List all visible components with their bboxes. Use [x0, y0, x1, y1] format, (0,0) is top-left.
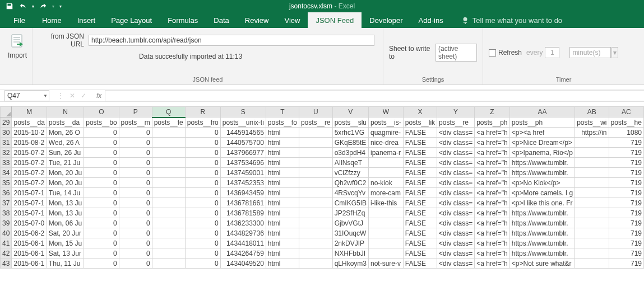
cell[interactable]: 0: [84, 218, 119, 228]
cell[interactable]: 719: [609, 208, 643, 218]
cell[interactable]: FALSE: [403, 128, 437, 138]
cell[interactable]: FALSE: [403, 259, 437, 269]
col-header-AB[interactable]: AB: [575, 107, 609, 118]
cell[interactable]: <a href="h: [475, 168, 510, 178]
cell[interactable]: Mon, 06 Ju: [47, 218, 84, 228]
cell[interactable]: [299, 248, 332, 259]
cell[interactable]: html: [266, 208, 299, 218]
cell[interactable]: <p><a href: [509, 128, 574, 138]
col-header-AC[interactable]: AC: [609, 107, 643, 118]
table-row[interactable]: 332015-07-2Tue, 21 Ju0001437534696htmlAI…: [1, 158, 644, 168]
cell[interactable]: 719: [609, 188, 643, 198]
cell[interactable]: [152, 198, 185, 208]
cell[interactable]: Mon, 20 Ju: [47, 168, 84, 178]
cell[interactable]: 1445914565: [220, 128, 266, 138]
cell[interactable]: more-cam: [369, 188, 404, 198]
cell[interactable]: 1080: [609, 128, 643, 138]
cell[interactable]: 0: [119, 138, 152, 148]
cell[interactable]: 1436943459: [220, 188, 266, 198]
cell[interactable]: 2015-06-1: [12, 259, 47, 269]
cell[interactable]: <a href="h: [475, 228, 510, 238]
import-button[interactable]: Import: [6, 30, 29, 62]
tab-review[interactable]: Review: [237, 12, 277, 28]
cell[interactable]: 0: [119, 198, 152, 208]
row-header[interactable]: 43: [1, 259, 12, 269]
cell[interactable]: 0: [84, 228, 119, 238]
cell[interactable]: posts__ph: [509, 118, 574, 128]
cell[interactable]: 1440575700: [220, 138, 266, 148]
table-row[interactable]: 322015-07-2Sun, 26 Ju0001437966977htmlo3…: [1, 148, 644, 158]
cell[interactable]: 0: [119, 148, 152, 158]
row-header[interactable]: 41: [1, 238, 12, 248]
cell[interactable]: posts__fro: [185, 118, 220, 128]
col-header-AA[interactable]: AA: [509, 107, 574, 118]
cell[interactable]: posts__fo: [266, 118, 299, 128]
cell[interactable]: [152, 248, 185, 259]
cell[interactable]: posts__bo: [84, 118, 119, 128]
cell[interactable]: <div class=: [437, 228, 475, 238]
tab-formulas[interactable]: Formulas: [160, 12, 206, 28]
cell[interactable]: <a href="h: [475, 208, 510, 218]
cell[interactable]: <a href="h: [475, 178, 510, 188]
cell[interactable]: [299, 128, 332, 138]
col-header-X[interactable]: X: [403, 107, 437, 118]
cell[interactable]: https://www.tumblr.: [509, 218, 574, 228]
cell[interactable]: 0: [119, 158, 152, 168]
cell[interactable]: 5xrhc1VG: [332, 128, 368, 138]
cell[interactable]: 2015-07-2: [12, 178, 47, 188]
cell[interactable]: [299, 158, 332, 168]
cell[interactable]: [299, 218, 332, 228]
cell[interactable]: 1437966977: [220, 148, 266, 158]
cell[interactable]: <a href="h: [475, 198, 510, 208]
cell[interactable]: 1436781589: [220, 208, 266, 218]
cell[interactable]: posts__m: [119, 118, 152, 128]
cell[interactable]: [575, 248, 609, 259]
cell[interactable]: [575, 168, 609, 178]
cell[interactable]: <div class=: [437, 218, 475, 228]
cell[interactable]: 0: [119, 128, 152, 138]
cell[interactable]: 719: [609, 148, 643, 158]
col-header-N[interactable]: N: [47, 107, 84, 118]
cell[interactable]: 1434264759: [220, 248, 266, 259]
cell[interactable]: 0: [84, 168, 119, 178]
cell[interactable]: [152, 128, 185, 138]
cell[interactable]: [299, 178, 332, 188]
cell[interactable]: html: [266, 259, 299, 269]
table-row[interactable]: 312015-08-2Wed, 26 A0001440575700htmlGKq…: [1, 138, 644, 148]
table-row[interactable]: 422015-06-1Sat, 13 Jur0001434264759htmlN…: [1, 248, 644, 259]
cell[interactable]: html: [266, 158, 299, 168]
cell[interactable]: 0: [185, 198, 220, 208]
cell[interactable]: 2015-07-2: [12, 148, 47, 158]
cell[interactable]: [299, 208, 332, 218]
cell[interactable]: Sat, 13 Jur: [47, 248, 84, 259]
cell[interactable]: 0: [185, 138, 220, 148]
cell[interactable]: [575, 238, 609, 248]
col-header-R[interactable]: R: [185, 107, 220, 118]
table-row[interactable]: 432015-06-1Thu, 11 Ju0001434049520htmlqL…: [1, 259, 644, 269]
cell[interactable]: <div class=: [437, 178, 475, 188]
tab-home[interactable]: Home: [34, 12, 70, 28]
cell[interactable]: [369, 208, 404, 218]
cell[interactable]: 0: [185, 148, 220, 158]
redo-dropdown[interactable]: ▼: [50, 1, 56, 12]
cell[interactable]: 4RSvcqYv: [332, 188, 368, 198]
tab-view[interactable]: View: [276, 12, 308, 28]
cell[interactable]: 2015-07-1: [12, 188, 47, 198]
cell[interactable]: [152, 138, 185, 148]
cell[interactable]: 719: [609, 158, 643, 168]
cell[interactable]: quagmire-: [369, 128, 404, 138]
table-row[interactable]: 412015-06-1Mon, 15 Ju0001434418011html2n…: [1, 238, 644, 248]
cell[interactable]: [369, 248, 404, 259]
cell[interactable]: 1437459001: [220, 168, 266, 178]
cell[interactable]: [575, 158, 609, 168]
cell[interactable]: 719: [609, 178, 643, 188]
cell[interactable]: html: [266, 168, 299, 178]
cell[interactable]: <div class=: [437, 259, 475, 269]
cell[interactable]: AIlNsqeT: [332, 158, 368, 168]
cell[interactable]: ipanema-r: [369, 148, 404, 158]
cell[interactable]: 2015-06-1: [12, 248, 47, 259]
cell[interactable]: [152, 178, 185, 188]
fx-icon[interactable]: fx: [96, 92, 101, 100]
cell[interactable]: [369, 158, 404, 168]
row-header[interactable]: 31: [1, 138, 12, 148]
